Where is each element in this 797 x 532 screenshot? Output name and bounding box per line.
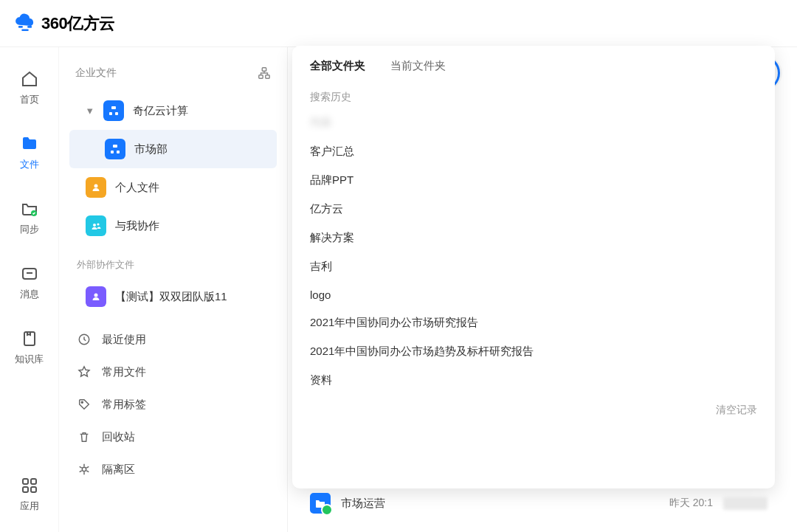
star-icon [77, 365, 92, 379]
nav-sync[interactable]: 同步 [0, 199, 58, 236]
tree-shared[interactable]: 与我协作 [69, 207, 277, 245]
tree-starred[interactable]: 常用文件 [69, 356, 277, 388]
svg-rect-9 [266, 75, 269, 79]
svg-rect-13 [113, 145, 117, 148]
tree-item-label: 隔离区 [102, 463, 135, 477]
tree-item-label: 奇亿云计算 [133, 104, 188, 118]
folder-tree-panel: 企业文件 ▾ 奇亿云计算 市场部 [59, 47, 288, 532]
folder-icon [20, 134, 39, 153]
person-folder-icon [86, 177, 106, 198]
file-row[interactable]: 市场运营 昨天 20:1 [310, 493, 767, 514]
folder-shared-icon [310, 493, 331, 514]
nav-apps[interactable]: 应用 [0, 476, 58, 513]
tree-trash[interactable]: 回收站 [69, 421, 277, 453]
tag-icon [77, 397, 92, 412]
caret-down-icon: ▾ [86, 104, 94, 117]
svg-rect-5 [23, 487, 28, 492]
svg-rect-4 [31, 479, 36, 484]
history-item[interactable]: 解决方案 [310, 224, 757, 252]
sync-icon [20, 199, 39, 218]
svg-rect-11 [109, 112, 112, 115]
book-icon [20, 329, 39, 348]
svg-rect-3 [23, 479, 28, 484]
history-item[interactable]: logo [310, 281, 757, 308]
tree-item-label: 市场部 [134, 142, 168, 156]
tree-section-external: 外部协作文件 [69, 245, 277, 277]
org-chart-icon[interactable] [258, 66, 271, 80]
svg-rect-10 [111, 106, 116, 109]
quarantine-icon [77, 462, 92, 477]
tree-item-label: 与我协作 [115, 219, 159, 233]
message-icon [20, 264, 39, 283]
svg-rect-14 [111, 151, 114, 153]
tree-org-child[interactable]: 市场部 [69, 130, 277, 168]
clear-history-button[interactable]: 清空记录 [716, 395, 757, 417]
search-dropdown: 全部文件夹 当前文件夹 搜索历史 汽车 客户汇总 品牌PPT 亿方云 解决方案 … [292, 46, 775, 488]
history-item[interactable]: 亿方云 [310, 195, 757, 224]
external-folder-icon [86, 286, 106, 307]
tree-tags[interactable]: 常用标签 [69, 388, 277, 421]
tab-all-folders[interactable]: 全部文件夹 [310, 59, 365, 73]
history-item[interactable]: 品牌PPT [310, 166, 757, 195]
cloud-logo-icon [15, 13, 35, 34]
search-history-label: 搜索历史 [310, 82, 757, 108]
trash-icon [77, 429, 92, 444]
svg-rect-15 [117, 151, 120, 153]
search-history-list: 汽车 客户汇总 品牌PPT 亿方云 解决方案 吉利 logo 2021年中国协同… [310, 108, 757, 395]
tree-item-label: 常用标签 [102, 398, 146, 412]
tree-external-item[interactable]: 【测试】双双团队版11 [69, 277, 277, 316]
history-item[interactable]: 2021年中国协同办公市场研究报告 [310, 308, 757, 337]
history-item[interactable]: 资料 [310, 366, 757, 395]
apps-icon [20, 476, 39, 495]
file-time: 昨天 20:1 [669, 497, 713, 510]
nav-knowledge[interactable]: 知识库 [0, 329, 58, 366]
tree-recent[interactable]: 最近使用 [69, 323, 277, 356]
svg-point-19 [94, 294, 98, 297]
tree-org-root[interactable]: ▾ 奇亿云计算 [69, 91, 277, 130]
svg-point-21 [81, 401, 83, 403]
tree-item-label: 个人文件 [115, 181, 159, 195]
svg-rect-6 [31, 487, 36, 492]
file-name: 市场运营 [341, 497, 385, 511]
tree-item-label: 最近使用 [102, 333, 146, 347]
svg-point-22 [82, 467, 86, 471]
redacted-cell [723, 497, 767, 510]
nav-files[interactable]: 文件 [0, 134, 58, 171]
org-folder-icon [103, 100, 124, 121]
svg-rect-12 [115, 112, 118, 115]
org-folder-icon [105, 139, 125, 159]
tree-item-label: 【测试】双双团队版11 [115, 290, 227, 304]
clock-icon [77, 332, 92, 347]
tree-item-label: 常用文件 [102, 365, 146, 379]
shared-folder-icon [86, 215, 106, 236]
svg-rect-7 [262, 68, 266, 72]
history-item[interactable]: 2021年中国协同办公市场趋势及标杆研究报告 [310, 337, 757, 366]
history-item[interactable]: 汽车 [310, 108, 757, 137]
history-item[interactable]: 客户汇总 [310, 137, 757, 166]
tree-quarantine[interactable]: 隔离区 [69, 453, 277, 486]
svg-point-18 [97, 223, 99, 225]
brand-logo: 360亿方云 [15, 13, 115, 35]
home-icon [20, 69, 39, 89]
nav-rail: 首页 文件 同步 消息 知识库 [0, 47, 59, 532]
tree-item-label: 回收站 [102, 430, 135, 444]
nav-messages[interactable]: 消息 [0, 264, 58, 301]
history-item[interactable]: 吉利 [310, 252, 757, 281]
svg-rect-8 [259, 75, 263, 79]
svg-point-17 [93, 224, 96, 227]
brand-name: 360亿方云 [41, 13, 115, 35]
svg-point-16 [94, 184, 98, 188]
tree-header-label: 企业文件 [75, 66, 117, 80]
nav-home[interactable]: 首页 [0, 69, 58, 106]
tab-current-folder[interactable]: 当前文件夹 [390, 59, 446, 73]
tree-personal[interactable]: 个人文件 [69, 168, 277, 207]
